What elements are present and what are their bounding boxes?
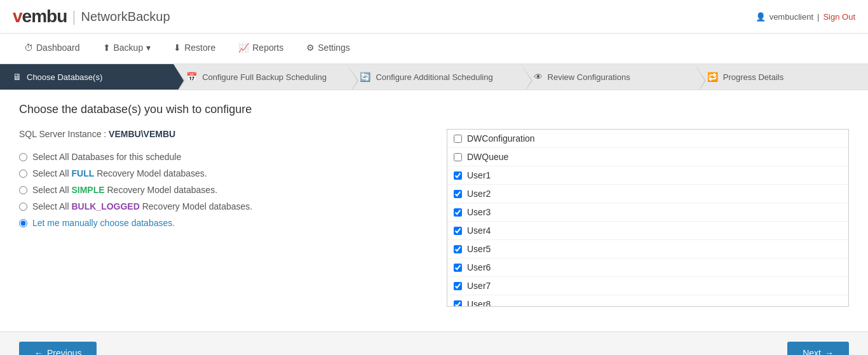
list-item: User6 [447,258,848,277]
nav-dashboard-label: Dashboard [36,43,80,53]
wizard-step-progress-label: Progress Details [723,72,783,82]
radio-bulk-model[interactable]: Select All BULK_LOGGED Recovery Model da… [19,201,421,211]
db-checkbox-user4[interactable] [454,227,462,235]
database-list[interactable]: DWConfiguration DWQueue User1 User2 User… [447,129,849,307]
main-content: Choose the database(s) you wish to confi… [0,90,868,332]
wizard-step-full-backup[interactable]: 📅 Configure Full Backup Scheduling [173,64,347,90]
content-area: SQL Server Instance : VEMBU\VEMBU Select… [19,129,849,307]
settings-icon: ⚙ [306,43,315,53]
db-checkbox-user6[interactable] [454,264,462,272]
radio-simple-label: Select All SIMPLE Recovery Model databas… [32,185,217,195]
logo-separator: | [72,8,76,25]
radio-full-model[interactable]: Select All FULL Recovery Model databases… [19,168,421,178]
db-label-user7[interactable]: User7 [467,281,491,291]
wizard-step-review-label: Review Configurations [548,72,630,82]
nav-backup-label: Backup [114,43,144,53]
db-checkbox-user8[interactable] [454,300,462,307]
choose-db-icon: 🖥 [13,72,22,82]
db-checkbox-user1[interactable] [454,171,462,180]
wizard-step-choose-db[interactable]: 🖥 Choose Database(s) [0,64,173,90]
list-item: User8 [447,295,848,307]
list-item: User2 [447,185,848,203]
nav-backup[interactable]: ⬆ Backup ▾ [92,34,163,64]
wizard-step-full-backup-label: Configure Full Backup Scheduling [202,72,327,82]
radio-simple-input[interactable] [19,186,27,194]
radio-full-input[interactable] [19,170,27,178]
backup-dropdown-icon: ▾ [146,43,151,53]
wizard-step-progress[interactable]: 🔁 Progress Details [695,64,868,90]
username: vembuclient [770,12,813,22]
radio-full-label: Select All FULL Recovery Model databases… [32,168,207,178]
db-label-dwconfig[interactable]: DWConfiguration [467,133,535,144]
user-icon: 👤 [756,12,766,22]
radio-simple-model[interactable]: Select All SIMPLE Recovery Model databas… [19,185,421,195]
nav-reports[interactable]: 📈 Reports [227,34,295,64]
db-label-user8[interactable]: User8 [467,299,491,307]
logo-brand: vembu [13,6,67,27]
db-checkbox-user5[interactable] [454,245,462,253]
left-panel: SQL Server Instance : VEMBU\VEMBU Select… [19,129,421,307]
radio-all-label: Select All Databases for this schedule [32,152,181,162]
wizard-step-additional[interactable]: 🔄 Configure Additional Scheduling [347,64,520,90]
radio-manual-input[interactable] [19,219,27,227]
logo-product: NetworkBackup [81,10,170,24]
wizard-step-additional-label: Configure Additional Scheduling [376,72,492,82]
nav-dashboard[interactable]: ⏱ Dashboard [13,34,92,64]
next-button[interactable]: Next [787,342,849,355]
review-icon: 👁 [534,72,543,82]
nav-settings[interactable]: ⚙ Settings [295,34,362,64]
previous-button[interactable]: Previous [19,342,97,355]
main-nav: ⏱ Dashboard ⬆ Backup ▾ ⬇ Restore 📈 Repor… [0,34,868,64]
signout-link[interactable]: Sign Out [823,12,855,22]
db-label-user2[interactable]: User2 [467,189,491,199]
radio-manual[interactable]: Let me manually choose databases. [19,218,421,228]
user-separator: | [817,12,819,22]
wizard-step-choose-db-label: Choose Database(s) [27,72,102,82]
db-label-user1[interactable]: User1 [467,170,491,180]
radio-all-input[interactable] [19,153,27,161]
full-backup-icon: 📅 [186,72,197,82]
db-checkbox-user3[interactable] [454,208,462,217]
right-panel: DWConfiguration DWQueue User1 User2 User… [447,129,849,307]
radio-bulk-input[interactable] [19,203,27,211]
radio-bulk-label: Select All BULK_LOGGED Recovery Model da… [32,201,252,211]
list-item: DWQueue [447,148,848,166]
db-checkbox-dwqueue[interactable] [454,153,462,161]
radio-all-databases[interactable]: Select All Databases for this schedule [19,152,421,162]
list-item: User5 [447,240,848,258]
db-label-user4[interactable]: User4 [467,225,491,236]
nav-settings-label: Settings [318,43,350,53]
list-item: User7 [447,277,848,295]
db-checkbox-dwconfig[interactable] [454,135,462,143]
header: vembu | NetworkBackup 👤 vembuclient | Si… [0,0,868,34]
db-label-user6[interactable]: User6 [467,262,491,272]
dashboard-icon: ⏱ [24,43,33,53]
footer: Previous Next [0,332,868,355]
list-item: User4 [447,222,848,240]
list-item: User3 [447,203,848,222]
radio-group: Select All Databases for this schedule S… [19,152,421,228]
page-title: Choose the database(s) you wish to confi… [19,103,849,116]
user-area: 👤 vembuclient | Sign Out [756,12,855,22]
additional-icon: 🔄 [360,72,370,82]
nav-restore[interactable]: ⬇ Restore [162,34,227,64]
db-label-dwqueue[interactable]: DWQueue [467,152,508,162]
list-item: DWConfiguration [447,130,848,148]
wizard-steps: 🖥 Choose Database(s) 📅 Configure Full Ba… [0,64,868,90]
radio-manual-label: Let me manually choose databases. [32,218,175,228]
db-label-user3[interactable]: User3 [467,207,491,217]
sql-instance-value: VEMBU\VEMBU [109,129,175,139]
db-label-user5[interactable]: User5 [467,244,491,254]
backup-icon: ⬆ [103,43,111,53]
db-checkbox-user7[interactable] [454,282,462,290]
list-item: User1 [447,166,848,185]
nav-restore-label: Restore [184,43,215,53]
db-checkbox-user2[interactable] [454,190,462,198]
logo: vembu | NetworkBackup [13,6,170,27]
sql-instance-label: SQL Server Instance : VEMBU\VEMBU [19,129,421,139]
restore-icon: ⬇ [173,43,181,53]
nav-reports-label: Reports [252,43,283,53]
reports-icon: 📈 [238,43,249,53]
progress-icon: 🔁 [707,72,718,82]
wizard-step-review[interactable]: 👁 Review Configurations [521,64,695,90]
